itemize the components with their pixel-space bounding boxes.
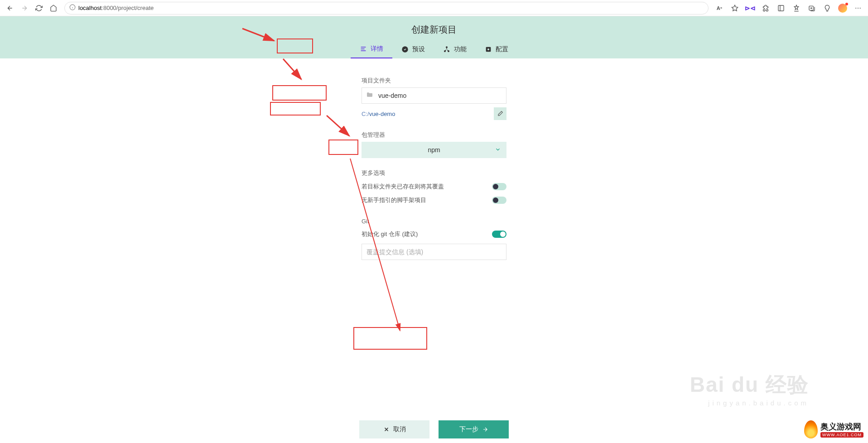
package-manager-label: 包管理器 <box>362 131 506 139</box>
tab-label: 功能 <box>454 45 467 53</box>
check-circle-icon <box>401 46 409 53</box>
read-aloud-icon[interactable]: A» <box>713 2 726 14</box>
refresh-icon <box>35 5 43 12</box>
project-folder-label: 项目文件夹 <box>362 77 506 85</box>
git-init-label: 初始化 git 仓库 (建议) <box>362 230 418 238</box>
svg-point-8 <box>487 48 489 50</box>
path-prefix: C:/ <box>362 111 369 117</box>
form: 项目文件夹 C:/vue-demo 包管理器 npm 更多选项 若目标文件夹已存… <box>362 77 506 260</box>
edit-path-button[interactable] <box>494 107 506 120</box>
bare-label: 无新手指引的脚手架项目 <box>362 196 426 204</box>
tab-label: 配置 <box>496 45 508 53</box>
tab-details[interactable]: 详情 <box>351 40 392 58</box>
home-button[interactable] <box>47 2 60 14</box>
tabs: 详情 预设 功能 配置 <box>0 40 868 58</box>
next-button[interactable]: 下一步 <box>439 420 509 438</box>
tab-preset[interactable]: 预设 <box>392 40 434 58</box>
annotation-box <box>353 327 427 350</box>
cancel-button[interactable]: 取消 <box>359 420 429 438</box>
extensions-icon[interactable] <box>759 2 772 14</box>
arrow-right-icon <box>21 5 28 12</box>
page-header: 创建新项目 详情 预设 功能 配置 <box>0 16 868 58</box>
refresh-button[interactable] <box>33 2 45 14</box>
url-host: localhost <box>78 5 101 11</box>
pencil-icon <box>497 111 503 117</box>
package-manager-select[interactable]: npm <box>362 142 506 158</box>
address-bar[interactable]: localhost :8000 /project/create <box>64 2 709 14</box>
path-value: vue-demo <box>369 111 395 117</box>
collections-icon[interactable] <box>805 2 818 14</box>
folder-icon <box>366 91 373 100</box>
project-name-input[interactable] <box>362 87 506 104</box>
package-manager-value: npm <box>428 146 440 154</box>
tab-features[interactable]: 功能 <box>434 40 476 58</box>
info-icon <box>69 4 76 12</box>
url-port: :8000 <box>101 5 116 11</box>
arrow-right-icon <box>482 426 488 433</box>
more-options-label: 更多选项 <box>362 169 506 177</box>
overwrite-option: 若目标文件夹已存在则将其覆盖 <box>362 180 506 193</box>
close-icon <box>383 426 390 433</box>
more-button[interactable]: ⋯ <box>852 2 864 14</box>
page-title: 创建新项目 <box>0 24 868 40</box>
git-label: Git <box>362 218 506 225</box>
svg-point-4 <box>446 46 448 48</box>
overwrite-label: 若目标文件夹已存在则将其覆盖 <box>362 183 444 191</box>
chevron-down-icon <box>495 146 501 154</box>
favorite-icon[interactable] <box>728 2 741 14</box>
list-icon <box>360 45 367 53</box>
tab-config[interactable]: 配置 <box>476 40 517 58</box>
bottom-bar: 取消 下一步 <box>0 411 868 443</box>
performance-icon[interactable] <box>821 2 834 14</box>
commit-message-input[interactable] <box>362 244 506 260</box>
watermark-baidu-sub: jingyan.baidu.com <box>690 399 809 407</box>
project-path: C:/vue-demo <box>362 111 395 117</box>
watermark-baidu-text: Bai du 经验 <box>690 373 809 396</box>
settings-icon <box>485 46 492 53</box>
git-init-option: 初始化 git 仓库 (建议) <box>362 227 506 241</box>
home-icon <box>50 5 57 12</box>
git-init-toggle[interactable] <box>492 231 506 238</box>
tab-label: 详情 <box>371 45 383 53</box>
browser-toolbar: localhost :8000 /project/create A» ⊳⊲ ⋯ <box>0 0 868 16</box>
favorites-list-icon[interactable] <box>790 2 803 14</box>
url-path: /project/create <box>116 5 154 11</box>
project-name-wrapper <box>362 87 506 104</box>
network-icon <box>443 46 450 53</box>
watermark-baidu: Bai du 经验 jingyan.baidu.com <box>690 371 809 407</box>
profile-button[interactable] <box>836 2 849 14</box>
back-button[interactable] <box>4 2 16 14</box>
extension-purple-icon[interactable]: ⊳⊲ <box>744 2 757 14</box>
bare-option: 无新手指引的脚手架项目 <box>362 193 506 207</box>
bare-toggle[interactable] <box>492 197 506 204</box>
split-icon[interactable] <box>775 2 787 14</box>
avatar-icon <box>838 4 847 13</box>
tab-label: 预设 <box>412 45 425 53</box>
cancel-label: 取消 <box>393 425 406 433</box>
svg-rect-1 <box>778 5 784 11</box>
next-label: 下一步 <box>459 425 478 433</box>
browser-right-icons: A» ⊳⊲ ⋯ <box>713 2 864 14</box>
overwrite-toggle[interactable] <box>492 183 506 190</box>
main-content: 项目文件夹 C:/vue-demo 包管理器 npm 更多选项 若目标文件夹已存… <box>0 58 868 305</box>
project-path-row: C:/vue-demo <box>362 107 506 120</box>
arrow-left-icon <box>6 5 14 12</box>
forward-button[interactable] <box>18 2 31 14</box>
